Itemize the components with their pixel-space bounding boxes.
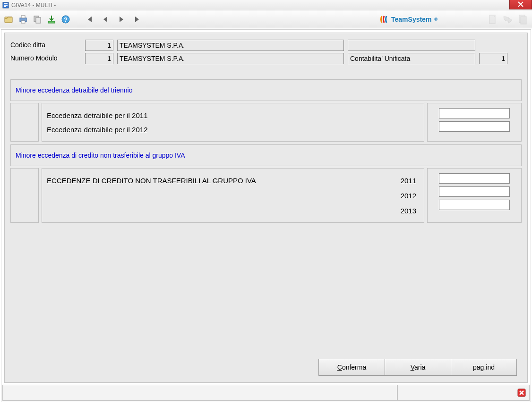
year-2011-label: 2011 <box>401 177 419 185</box>
section2-header: Minore eccedenza di credito non trasferi… <box>10 144 522 166</box>
status-close-icon[interactable] <box>517 388 526 397</box>
section2-values-panel <box>427 168 522 223</box>
section1-left-panel <box>10 103 39 142</box>
header-grid: Codice ditta 1 TEAMSYSTEM S.P.A. Numero … <box>10 38 522 70</box>
section1-values-panel <box>427 103 522 142</box>
empty-box-1 <box>348 40 475 51</box>
eccedenza-2011-input[interactable] <box>439 108 510 118</box>
copy-icon[interactable] <box>31 13 43 25</box>
toolbar: ? TeamSystem® <box>0 10 532 28</box>
brand-logo: TeamSystem® <box>380 15 438 24</box>
stack-icon[interactable] <box>517 13 529 25</box>
company-name-1: TEAMSYSTEM S.P.A. <box>117 40 344 51</box>
print-icon[interactable] <box>17 13 29 25</box>
window-titlebar: GIVA14 - MULTI - <box>0 0 532 10</box>
status-left <box>2 385 397 401</box>
credit-2012-input[interactable] <box>439 186 510 197</box>
doc-icon[interactable] <box>487 13 499 25</box>
svg-rect-9 <box>36 17 41 23</box>
section2-left-panel <box>10 168 39 223</box>
svg-text:?: ? <box>64 16 68 23</box>
codice-ditta-value[interactable]: 1 <box>85 40 113 51</box>
confirm-button[interactable]: Conferma <box>318 359 385 376</box>
svg-rect-2 <box>4 5 8 6</box>
svg-rect-1 <box>4 3 8 4</box>
account-num: 1 <box>479 53 507 64</box>
status-right <box>397 385 530 401</box>
company-name-2: TEAMSYSTEM S.P.A. <box>117 53 344 64</box>
codice-ditta-label: Codice ditta <box>10 40 81 51</box>
numero-modulo-value[interactable]: 1 <box>85 53 113 64</box>
svg-rect-15 <box>521 17 526 24</box>
forward-icon[interactable] <box>502 13 514 25</box>
varia-button[interactable]: Varia <box>385 359 451 376</box>
account-type: Contabilita' Unificata <box>348 53 475 64</box>
credit-2011-input[interactable] <box>439 173 510 184</box>
action-buttons: Conferma Varia pag.ind <box>318 359 517 376</box>
window-title: GIVA14 - MULTI - <box>11 2 56 8</box>
credit-heading: ECCEDENZE DI CREDITO NON TRASFERIBILI AL… <box>47 177 256 185</box>
credit-2013-input[interactable] <box>439 200 510 210</box>
svg-rect-3 <box>4 6 6 7</box>
nav-prev-icon[interactable] <box>99 13 112 25</box>
year-2013-label: 2013 <box>401 207 419 215</box>
year-2012-label: 2012 <box>401 192 419 200</box>
pagind-button[interactable]: pag.ind <box>451 359 517 376</box>
status-bar <box>2 385 530 401</box>
eccedenza-2012-input[interactable] <box>439 121 510 132</box>
app-icon <box>2 1 9 9</box>
svg-rect-6 <box>21 16 25 18</box>
svg-rect-10 <box>48 21 55 23</box>
window-close-button[interactable] <box>509 0 532 9</box>
section1-header: Minore eccedenza detraibile del triennio <box>10 79 522 101</box>
section1-labels-panel: Eccedenza detraibile per il 2011 Ecceden… <box>42 103 424 142</box>
brand-text: TeamSystem <box>391 16 431 23</box>
svg-rect-7 <box>21 21 25 23</box>
nav-next-icon[interactable] <box>115 13 128 25</box>
content-area: Codice ditta 1 TEAMSYSTEM S.P.A. Numero … <box>1 29 531 402</box>
open-icon[interactable] <box>3 13 15 25</box>
help-icon[interactable]: ? <box>60 13 72 25</box>
numero-modulo-label: Numero Modulo <box>10 53 81 64</box>
nav-first-icon[interactable] <box>83 13 95 25</box>
svg-rect-4 <box>5 17 12 23</box>
export-icon[interactable] <box>45 13 58 25</box>
section2-labels-panel: ECCEDENZE DI CREDITO NON TRASFERIBILI AL… <box>42 168 424 223</box>
nav-last-icon[interactable] <box>131 13 144 25</box>
eccedenza-2011-label: Eccedenza detraibile per il 2011 <box>47 111 147 119</box>
eccedenza-2012-label: Eccedenza detraibile per il 2012 <box>47 126 147 134</box>
